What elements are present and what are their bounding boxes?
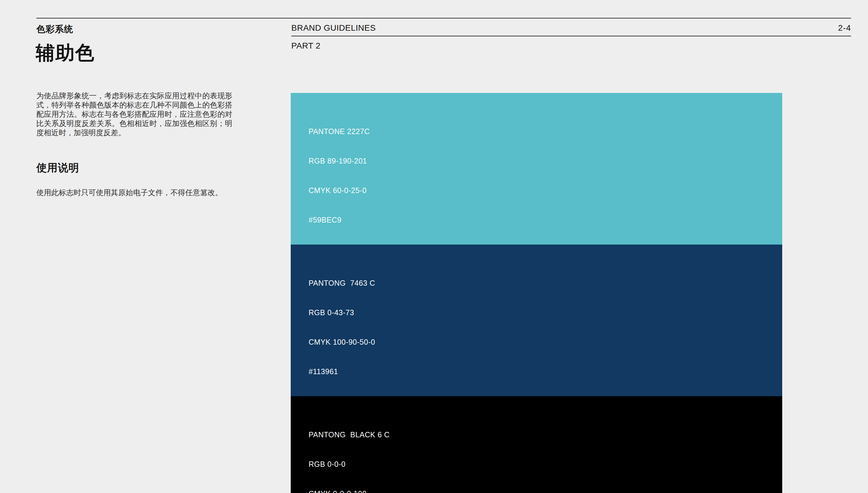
swatch-cmyk: CMYK 60-0-25-0 (309, 186, 782, 195)
swatch-pantone: PANTONG BLACK 6 C (309, 430, 782, 440)
swatch-info: PANTONG 7463 C RGB 0-43-73 CMYK 100-90-5… (291, 244, 782, 396)
section-label: 色彩系统 (36, 23, 73, 36)
swatch-cmyk: CMYK 0-0-0-100 (309, 489, 782, 493)
swatch-rgb: RGB 89-190-201 (309, 156, 782, 166)
page-number: 2-4 (838, 23, 851, 33)
part-label: PART 2 (291, 41, 321, 51)
swatch-info: PANTONG BLACK 6 C RGB 0-0-0 CMYK 0-0-0-1… (291, 396, 782, 493)
swatch-info: PANTONE 2227C RGB 89-190-201 CMYK 60-0-2… (291, 93, 782, 244)
intro-paragraph: 为使品牌形象统一，考虑到标志在实际应用过程中的表现形式，特列举各种颜色版本的标志… (36, 91, 232, 137)
color-swatch-teal: PANTONE 2227C RGB 89-190-201 CMYK 60-0-2… (291, 93, 782, 244)
color-swatch-navy: PANTONG 7463 C RGB 0-43-73 CMYK 100-90-5… (291, 244, 782, 396)
swatch-rgb: RGB 0-0-0 (309, 459, 782, 469)
document-title: BRAND GUIDELINES (291, 23, 376, 33)
swatch-hex: #59BEC9 (309, 215, 782, 225)
swatch-cmyk: CMYK 100-90-50-0 (309, 337, 782, 347)
swatch-rgb: RGB 0-43-73 (309, 308, 782, 318)
swatch-pantone: PANTONE 2227C (309, 127, 782, 136)
usage-note: 使用此标志时只可使用其原始电子文件，不得任意篡改。 (36, 188, 222, 197)
swatch-hex: #113961 (309, 367, 782, 377)
usage-heading: 使用说明 (36, 161, 79, 175)
brand-guidelines-page: 色彩系统 辅助色 为使品牌形象统一，考虑到标志在实际应用过程中的表现形式，特列举… (0, 0, 868, 493)
top-divider-rule (36, 18, 851, 19)
page-title: 辅助色 (36, 40, 95, 66)
header-divider-rule (291, 36, 851, 36)
swatch-pantone: PANTONG 7463 C (309, 278, 782, 288)
color-swatch-black: PANTONG BLACK 6 C RGB 0-0-0 CMYK 0-0-0-1… (291, 396, 782, 493)
color-swatch-panel: PANTONE 2227C RGB 89-190-201 CMYK 60-0-2… (291, 93, 782, 430)
